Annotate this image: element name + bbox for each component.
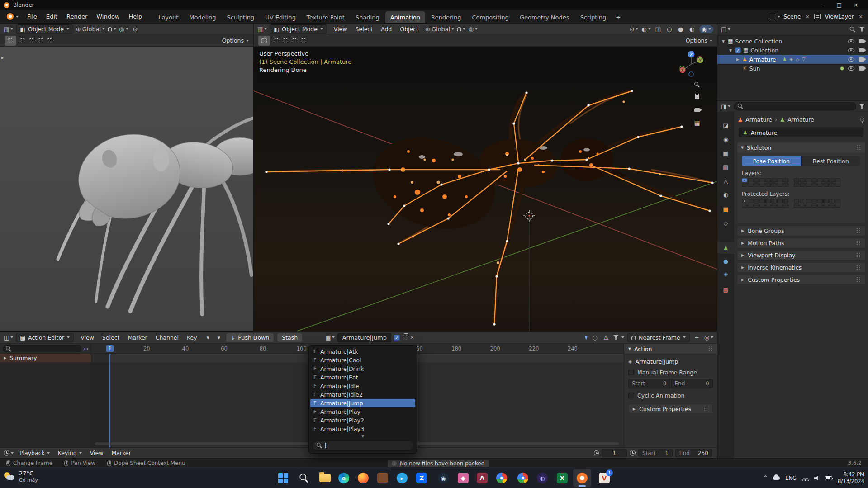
properties-tab-world[interactable]: ◐	[717, 189, 734, 200]
skeleton-panel-header[interactable]: ▼ Skeleton	[737, 142, 865, 152]
properties-tab-modifier[interactable]: ◈	[717, 268, 734, 280]
action-panel-header[interactable]: ▼ Action	[624, 344, 717, 354]
select-mode-new-icon[interactable]	[20, 38, 25, 43]
expand-channels-icon[interactable]: ↔	[84, 346, 88, 352]
pin-icon[interactable]	[860, 118, 864, 122]
layer-toggle[interactable]	[811, 204, 817, 208]
workspace-tab-modeling[interactable]: Modeling	[184, 11, 221, 23]
editor-type-button[interactable]: ◨	[721, 102, 730, 111]
layer-toggle[interactable]	[817, 199, 823, 203]
toggle-ortho-icon[interactable]: ▦	[692, 117, 702, 128]
layer-toggle[interactable]	[783, 178, 788, 182]
layer-toggle[interactable]	[759, 204, 765, 208]
outliner-row-scene-collection[interactable]: ▼▦Scene Collection	[717, 37, 868, 46]
armature-name-field[interactable]: ♟ Armature	[739, 128, 863, 137]
battery-icon[interactable]	[825, 476, 832, 480]
browse-scene-button[interactable]	[770, 12, 780, 21]
layer-toggle[interactable]	[835, 199, 840, 203]
layer-toggle[interactable]	[748, 183, 753, 187]
channel-search-input[interactable]	[3, 345, 81, 352]
browse-viewlayer-button[interactable]	[813, 12, 821, 21]
dopesheet-menu-view[interactable]: View	[76, 332, 98, 343]
close-button[interactable]: ×	[854, 2, 858, 8]
rest-position-button[interactable]: Rest Position	[801, 156, 861, 166]
taskbar-app-telegram[interactable]: ▸	[393, 469, 411, 487]
layer-toggle[interactable]	[748, 178, 753, 182]
timeline-menu-marker[interactable]: Marker	[107, 448, 135, 458]
remove-viewlayer-icon[interactable]: ×	[857, 14, 864, 20]
disable-render-icon[interactable]	[859, 48, 864, 52]
scene-name[interactable]: Scene	[783, 13, 802, 20]
layer-toggle[interactable]	[748, 204, 753, 208]
layer-toggle[interactable]	[777, 178, 783, 182]
status-notification[interactable]: i No new files have been packed	[388, 460, 489, 467]
taskbar-app-search[interactable]	[295, 469, 313, 487]
layer-toggle[interactable]	[811, 199, 817, 203]
add-icon[interactable]: +	[693, 333, 701, 342]
action-option-armature-jump[interactable]: FArmature|Jump	[310, 399, 415, 407]
show-hidden-toggle-icon[interactable]: ◌	[591, 333, 599, 342]
disable-render-icon[interactable]	[859, 57, 864, 62]
custom-properties-panel[interactable]: ▶ Custom Properties	[628, 404, 713, 414]
manual-frame-range-checkbox[interactable]	[628, 370, 634, 375]
taskbar-app-photos[interactable]: ◆	[454, 469, 472, 487]
layer-toggle[interactable]	[800, 199, 805, 203]
select-mode-extend-icon[interactable]	[283, 38, 288, 43]
layer-toggle[interactable]	[783, 199, 788, 203]
taskbar-app-start[interactable]	[274, 469, 292, 487]
action-option-armature-eat[interactable]: FArmature|Eat	[310, 373, 415, 382]
hide-viewport-icon[interactable]	[848, 48, 854, 52]
taskbar-app-eclipse[interactable]: ◐	[533, 469, 551, 487]
layer-toggle[interactable]	[835, 183, 840, 187]
taskbar-app-blender[interactable]	[573, 469, 591, 487]
layer-toggle[interactable]	[794, 204, 799, 208]
breadcrumb-data[interactable]: Armature	[787, 116, 814, 123]
transform-orientation-dropdown[interactable]: ⊕ Global	[76, 24, 105, 33]
proportional-editing-button[interactable]: ◎	[468, 24, 477, 33]
workspace-tab-rendering[interactable]: Rendering	[426, 11, 466, 23]
workspace-tab-scripting[interactable]: Scripting	[575, 11, 612, 23]
start-frame-field[interactable]: Start1	[638, 449, 673, 457]
properties-tab-object[interactable]: ■	[717, 203, 734, 215]
menu-help[interactable]: Help	[124, 10, 147, 23]
taskbar-app-chrome[interactable]	[493, 469, 511, 487]
workspace-tab-layout[interactable]: Layout	[153, 11, 183, 23]
layer-toggle[interactable]	[806, 183, 811, 187]
tool-options-dropdown[interactable]: Options	[686, 37, 712, 44]
layer-toggle[interactable]	[765, 199, 771, 203]
action-option-armature-idle[interactable]: FArmature|Idle	[310, 382, 415, 390]
action-option-armature-idle2[interactable]: FArmature|Idle2	[310, 390, 415, 399]
layer-toggle[interactable]	[794, 199, 799, 203]
layer-toggle[interactable]	[742, 204, 747, 208]
hide-viewport-icon[interactable]	[848, 39, 854, 43]
layer-toggle[interactable]	[817, 204, 823, 208]
filter-icon[interactable]	[859, 104, 864, 109]
action-option-armature-atk[interactable]: FArmature|Atk	[310, 347, 415, 356]
layer-toggle[interactable]	[759, 199, 765, 203]
taskbar-app-zalo[interactable]: Z	[413, 469, 431, 487]
layer-toggle[interactable]	[759, 183, 765, 187]
outliner-row-collection[interactable]: ▼✓▦Collection	[717, 46, 868, 55]
properties-tab-scene[interactable]: △	[717, 175, 734, 187]
workspace-tab-shading[interactable]: Shading	[351, 11, 384, 23]
properties-tab-render[interactable]: ◉	[717, 133, 734, 145]
select-mode-extend-icon[interactable]	[29, 38, 34, 43]
layer-toggle[interactable]	[794, 183, 799, 187]
tray-expand-icon[interactable]: ^	[764, 475, 768, 481]
hide-viewport-icon[interactable]	[848, 57, 854, 62]
properties-tab-view-layer[interactable]: ▦	[717, 161, 734, 173]
layer-toggle[interactable]	[777, 204, 783, 208]
transform-orientation-dropdown[interactable]: ⊕ Global	[425, 24, 454, 33]
active-tool-button[interactable]	[5, 36, 16, 46]
taskbar-app-steam[interactable]: ◉	[434, 469, 452, 487]
dopesheet-menu-marker[interactable]: Marker	[123, 332, 151, 343]
select-mode-subtract-icon[interactable]	[292, 38, 297, 43]
action-option-armature-play[interactable]: FArmature|Play	[310, 407, 415, 416]
properties-tab-physics[interactable]: ●	[717, 255, 734, 267]
menu-file[interactable]: File	[23, 10, 42, 23]
timeline-menu-keying[interactable]: Keying	[54, 448, 86, 458]
add-workspace-button[interactable]: +	[612, 11, 624, 23]
select-mode-new-icon[interactable]	[274, 38, 279, 43]
workspace-tab-uv-editing[interactable]: UV Editing	[260, 11, 301, 23]
language-indicator[interactable]: ENG	[785, 475, 797, 481]
